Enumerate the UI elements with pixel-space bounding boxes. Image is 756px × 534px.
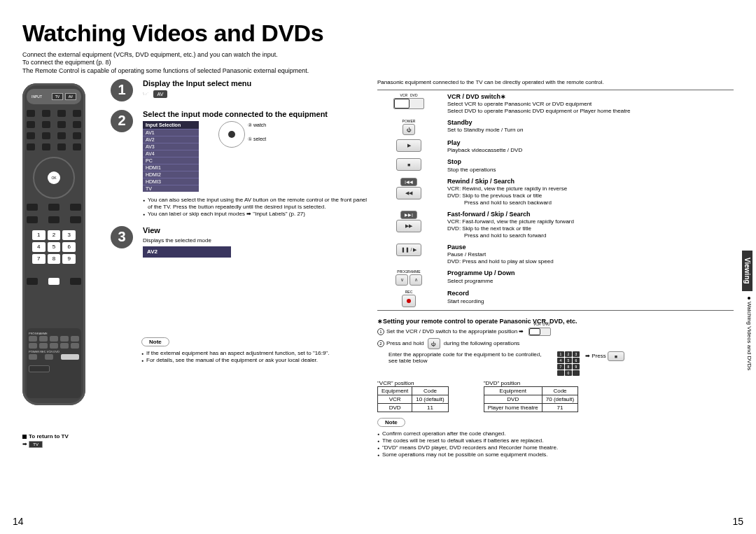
record-icon (402, 295, 416, 307)
intro: Connect the external equipment (VCRs, DV… (22, 51, 734, 75)
nav-ok-icon (218, 121, 245, 148)
prog-down-icon: ∨ (396, 274, 408, 286)
play-icon: ▶ (396, 139, 421, 152)
vcr-code-table: EquipmentCode VCR10 (default) DVD11 (377, 386, 449, 412)
func-programme: PROGRAMME ∨ ∧ Programme Up / DownSelect … (377, 269, 734, 286)
page-title: Watching Videos and DVDs (22, 20, 734, 47)
remote-graphic: INPUT TVAV OK 123 456 789 (22, 79, 106, 448)
vcr-dvd-switch-icon (393, 98, 424, 109)
func-switch: VCRDVD VCR / DVD switch∗ Select VCR to o… (377, 93, 734, 115)
skip-prev-icon: |◀◀ (400, 178, 417, 186)
func-record: REC RecordStart recording (377, 290, 734, 307)
pause-icon: ❚❚ / ▶ (396, 244, 421, 256)
step-3: 3 View Displays the selected mode AV2 (111, 226, 369, 260)
right-column: Panasonic equipment connected to the TV … (377, 79, 734, 459)
rewind-icon: ◀◀ (396, 187, 421, 199)
func-standby: POWER ⏻ StandbySet to Standby mode / Tur… (377, 119, 734, 135)
input-selection-panel: Input Selection AV1 AV2 AV3 AV4 PC HDMI1… (143, 121, 199, 192)
hand-icon: ☞ (143, 90, 148, 97)
left-note: Note If the external equipment has an as… (141, 337, 369, 364)
av-button-icon: AV (153, 90, 168, 98)
return-to-tv: To return to TV ➡ TV (22, 433, 106, 448)
power-icon: ⏻ (402, 124, 415, 135)
keypad-icon: 1234567890 (557, 351, 580, 376)
step-1: 1 Display the Input select menu ☞ AV (111, 79, 369, 101)
func-stop: ■ StopStop the operations (377, 158, 734, 173)
func-pause: ❚❚ / ▶ PausePause / RestartDVD: Press an… (377, 244, 734, 265)
step-2: 2 Select the input mode connected to the… (111, 110, 369, 218)
step-number-1: 1 (111, 79, 133, 101)
page-number-right: 15 (732, 516, 743, 527)
stop-icon: ■ (396, 158, 421, 171)
skip-next-icon: ▶▶| (400, 211, 417, 219)
prog-up-icon: ∧ (410, 274, 422, 286)
side-tab: Viewing Watching Videos and DVDs (742, 251, 756, 376)
step-number-2: 2 (111, 110, 133, 132)
step-number-3: 3 (111, 226, 133, 248)
fast-forward-icon: ▶▶ (396, 220, 421, 232)
mode-display: AV2 (143, 246, 231, 258)
remote-setup-section: ∗Setting your remote control to operate … (377, 318, 734, 458)
page-number-left: 14 (13, 516, 24, 527)
left-column: INPUT TVAV OK 123 456 789 (22, 79, 369, 459)
func-play: ▶ PlayPlayback videocassette / DVD (377, 139, 734, 154)
dvd-code-table: EquipmentCode DVD70 (default) Player hom… (484, 386, 579, 412)
func-ff: ▶▶| ▶▶ Fast-forward / Skip / Search VCR:… (377, 211, 734, 239)
func-rewind: |◀◀ ◀◀ Rewind / Skip / Search VCR: Rewin… (377, 178, 734, 206)
